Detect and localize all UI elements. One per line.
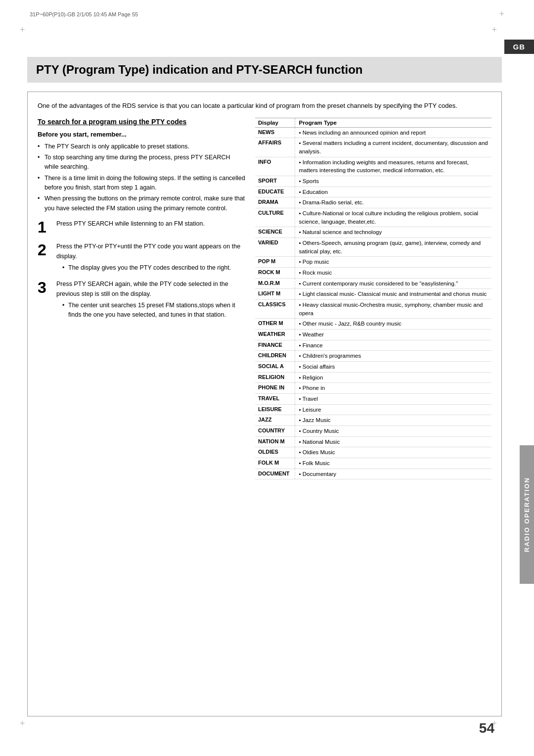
table-cell-type: • Leisure: [295, 404, 491, 415]
table-cell-display: CHILDREN: [255, 351, 295, 362]
step-1-content: Press PTY SEARCH while listenning to an …: [56, 219, 205, 231]
radio-operation-label: RADIO OPERATION: [520, 445, 534, 584]
list-item: The PTY Search is only applicable to pre…: [38, 142, 245, 151]
table-cell-display: SOCIAL A: [255, 361, 295, 372]
table-cell-type: • Pop music: [295, 257, 491, 268]
table-row: JAZZ• Jazz Music: [255, 415, 491, 426]
table-row: CULTURE• Culture-National or local cultu…: [255, 208, 491, 227]
table-cell-type: • Several matters including a current in…: [295, 138, 491, 157]
table-row: FINANCE• Finance: [255, 340, 491, 351]
table-cell-type: • Documentary: [295, 469, 491, 479]
table-row: FOLK M• Folk Music: [255, 458, 491, 469]
table-cell-display: NATION M: [255, 436, 295, 447]
table-cell-display: PHONE IN: [255, 383, 295, 394]
intro-text: One of the advantages of the RDS service…: [38, 101, 491, 111]
bullet-list: The PTY Search is only applicable to pre…: [38, 142, 245, 214]
table-cell-display: WEATHER: [255, 329, 295, 340]
table-cell-type: • Education: [295, 187, 491, 197]
table-cell-type: • Others-Speech, amusing program (quiz, …: [295, 237, 491, 256]
file-info: 31P~60P(P10)-GB 2/1/05 10:45 AM Page 55: [30, 11, 138, 17]
table-cell-display: SPORT: [255, 176, 295, 187]
table-row: VARIED• Others-Speech, amusing program (…: [255, 237, 491, 256]
crosshair-bottom-left: +: [20, 718, 25, 729]
table-cell-type: • National Music: [295, 436, 491, 447]
table-row: CHILDREN• Children's programmes: [255, 351, 491, 362]
table-cell-type: • Oldies Music: [295, 447, 491, 458]
table-row: PHONE IN• Phone in: [255, 383, 491, 394]
crosshair-bottom-right: +: [491, 718, 497, 729]
table-row: M.O.R.M• Current contemporary music cons…: [255, 278, 491, 289]
step-1: 1 Press PTY SEARCH while listenning to a…: [38, 219, 245, 235]
table-cell-display: LEISURE: [255, 404, 295, 415]
table-row: NEWS• News including an announced opinio…: [255, 127, 491, 138]
table-row: COUNTRY• Country Music: [255, 425, 491, 436]
table-body: NEWS• News including an announced opinio…: [255, 127, 491, 479]
table-cell-display: POP M: [255, 257, 295, 268]
table-cell-display: ROCK M: [255, 267, 295, 278]
section-heading: To search for a program using the PTY co…: [38, 118, 245, 126]
step-3-text: Press PTY SEARCH again, while the PTY co…: [56, 280, 245, 299]
table-cell-display: AFFAIRS: [255, 138, 295, 157]
step-2-bullets: The display gives you the PTY codes desc…: [56, 263, 245, 273]
header-bar: 31P~60P(P10)-GB 2/1/05 10:45 AM Page 55 …: [30, 9, 504, 19]
table-row: TRAVEL• Travel: [255, 393, 491, 404]
table-cell-display: DRAMA: [255, 197, 295, 208]
table-cell-display: CLASSICS: [255, 299, 295, 318]
table-row: SOCIAL A• Social affairs: [255, 361, 491, 372]
table-cell-display: SCIENCE: [255, 227, 295, 238]
table-row: LEISURE• Leisure: [255, 404, 491, 415]
sub-heading: Before you start, remember...: [38, 131, 245, 138]
table-cell-display: VARIED: [255, 237, 295, 256]
list-item: When pressing the buttons on the primary…: [38, 194, 245, 213]
table-cell-display: OLDIES: [255, 447, 295, 458]
crosshair-center: +: [499, 9, 504, 19]
step-2-text: Press the PTY-or PTY+until the PTY code …: [56, 242, 245, 261]
table-cell-display: DOCUMENT: [255, 469, 295, 479]
step-number-2: 2: [38, 242, 51, 258]
table-row: NATION M• National Music: [255, 436, 491, 447]
step-3-content: Press PTY SEARCH again, while the PTY co…: [56, 280, 245, 320]
table-row: DOCUMENT• Documentary: [255, 469, 491, 479]
table-cell-type: • Jazz Music: [295, 415, 491, 426]
table-row: OTHER M• Other music - Jazz, R&B country…: [255, 319, 491, 330]
table-cell-display: TRAVEL: [255, 393, 295, 404]
table-cell-type: • Finance: [295, 340, 491, 351]
step-3-bullet-1: The center unit searches 15 preset FM st…: [62, 301, 245, 320]
gb-badge: GB: [504, 40, 534, 54]
table-row: ROCK M• Rock music: [255, 267, 491, 278]
table-cell-type: • Social affairs: [295, 361, 491, 372]
left-column: To search for a program using the PTY co…: [38, 118, 245, 480]
table-cell-type: • Rock music: [295, 267, 491, 278]
table-cell-type: • Sports: [295, 176, 491, 187]
table-cell-display: RELIGION: [255, 372, 295, 383]
table-row: RELIGION• Religion: [255, 372, 491, 383]
table-cell-type: • Children's programmes: [295, 351, 491, 362]
table-cell-type: • Culture-National or local culture incl…: [295, 208, 491, 227]
table-cell-type: • Country Music: [295, 425, 491, 436]
step-number-1: 1: [38, 219, 51, 235]
table-row: EDUCATE• Education: [255, 187, 491, 197]
table-cell-display: CULTURE: [255, 208, 295, 227]
table-cell-type: • Current contemporary music considered …: [295, 278, 491, 289]
step-3-bullets: The center unit searches 15 preset FM st…: [56, 301, 245, 320]
table-cell-display: M.O.R.M: [255, 278, 295, 289]
table-cell-type: • News including an announced opinion an…: [295, 127, 491, 138]
table-cell-type: • Natural science and technology: [295, 227, 491, 238]
table-cell-display: EDUCATE: [255, 187, 295, 197]
crosshair-top-left: +: [20, 25, 25, 35]
table-header-row: Display Program Type: [255, 118, 491, 127]
step-2-bullet-1: The display gives you the PTY codes desc…: [62, 263, 245, 273]
table-row: LIGHT M• Light classical music- Classica…: [255, 289, 491, 300]
table-cell-display: NEWS: [255, 127, 295, 138]
table-cell-display: INFO: [255, 157, 295, 176]
table-cell-display: JAZZ: [255, 415, 295, 426]
table-row: SCIENCE• Natural science and technology: [255, 227, 491, 238]
pty-table: Display Program Type NEWS• News includin…: [255, 118, 491, 480]
table-cell-display: OTHER M: [255, 319, 295, 330]
list-item: To stop searching any time during the pr…: [38, 153, 245, 172]
col-display-header: Display: [255, 118, 295, 127]
table-cell-type: • Heavy classical music-Orchestra music,…: [295, 299, 491, 318]
step-1-text: Press PTY SEARCH while listenning to an …: [56, 219, 205, 229]
table-cell-type: • Weather: [295, 329, 491, 340]
table-row: CLASSICS• Heavy classical music-Orchestr…: [255, 299, 491, 318]
